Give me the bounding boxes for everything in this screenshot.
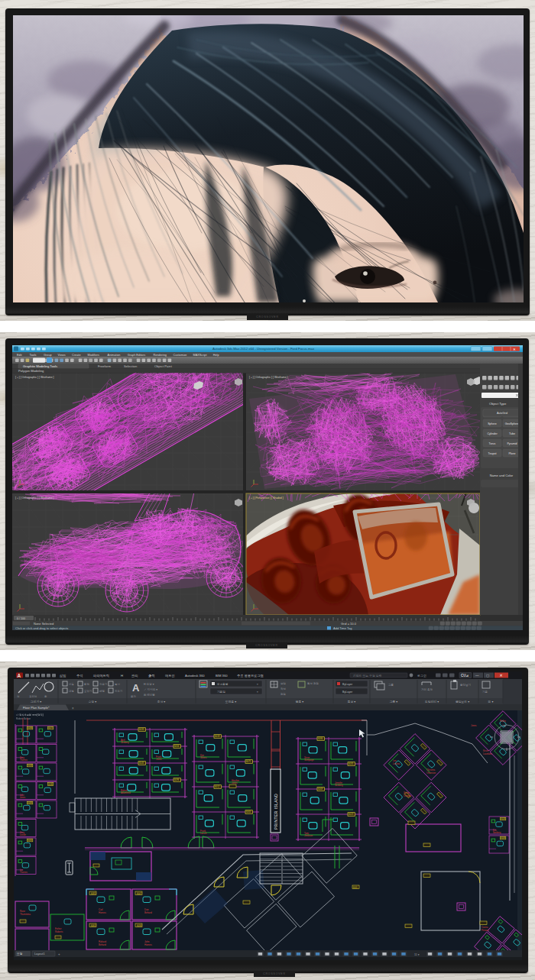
svg-text:Create: Create — [72, 354, 80, 357]
svg-text:H: H — [121, 674, 123, 678]
svg-text:Teapot: Teapot — [488, 452, 497, 455]
svg-text:6031: 6031 — [28, 839, 32, 842]
svg-text:특성 ▾: 특성 ▾ — [348, 700, 356, 703]
svg-text:Torus: Torus — [489, 442, 496, 445]
svg-text:Layout1: Layout1 — [34, 953, 45, 956]
svg-text:유틸리티 ▾: 유틸리티 ▾ — [425, 700, 439, 703]
svg-text:11 ▾: 11 ▾ — [414, 953, 420, 956]
svg-text:×: × — [72, 707, 74, 710]
svg-text:Firewal: Firewal — [481, 929, 488, 932]
svg-text:복사: 복사 — [115, 683, 120, 686]
svg-text:Sompaign: Sompaign — [304, 758, 314, 762]
svg-text:배열: 배열 — [99, 689, 105, 693]
svg-text:Object Type: Object Type — [489, 402, 507, 406]
svg-text:Group: Group — [44, 354, 52, 357]
svg-text:클립보드 ▾: 클립보드 ▾ — [456, 700, 469, 703]
svg-text:Plane: Plane — [508, 452, 515, 455]
svg-text:기준: 기준 — [482, 690, 488, 694]
svg-text:Laurdana: Laurdana — [483, 752, 492, 755]
svg-text:Name and Color: Name and Color — [490, 474, 514, 477]
svg-text:Graph Editors: Graph Editors — [128, 354, 146, 357]
svg-text:[ + ] [ Orthographic ] [ Wiref: [ + ] [ Orthographic ] [ Wireframe ] — [15, 496, 54, 500]
svg-text:6047: 6047 — [137, 892, 142, 895]
svg-text:모형: 모형 — [17, 953, 23, 956]
svg-text:6030: 6030 — [48, 783, 53, 786]
svg-text:6089: 6089 — [28, 801, 32, 804]
svg-text:Graphite Modeling Tools: Graphite Modeling Tools — [23, 364, 57, 368]
svg-text:Jones: Jones — [471, 724, 477, 727]
svg-text:도면층 ▾: 도면층 ▾ — [225, 700, 236, 703]
svg-text:Jones: Jones — [20, 796, 26, 799]
svg-text:Adamfield: Adamfield — [121, 791, 131, 794]
svg-text:로그인: 로그인 — [417, 674, 426, 678]
svg-text:Tools: Tools — [30, 354, 37, 357]
svg-text:PRINTER ISLAND: PRINTER ISLAND — [274, 794, 278, 830]
svg-text:[ + ] [ Orthographic ] [ Wiref: [ + ] [ Orthographic ] [ Wireframe ] — [15, 376, 54, 379]
svg-text:Thornes: Thornes — [20, 871, 28, 874]
svg-text:나 장식으로행 도면(명작): 나 장식으로행 도면(명작) — [16, 713, 44, 716]
svg-text:회전: 회전 — [84, 682, 89, 686]
svg-text:ByLayer: ByLayer — [342, 683, 353, 686]
svg-text:[ + ] [ Perspective ] [ Shaded: [ + ] [ Perspective ] [ Shaded ] — [249, 496, 284, 500]
svg-text:6036: 6036 — [137, 924, 142, 927]
svg-text:Grid = 10.0: Grid = 10.0 — [341, 622, 357, 626]
svg-text:모깎기: 모깎기 — [84, 689, 92, 693]
svg-text:✕: ✕ — [500, 673, 503, 678]
svg-text:CU⊿: CU⊿ — [461, 674, 469, 678]
svg-text:거리 측정: 거리 측정 — [421, 687, 433, 691]
svg-text:원: 원 — [44, 695, 47, 698]
svg-text:6065: 6065 — [91, 924, 96, 927]
svg-text:삽입: 삽입 — [280, 682, 286, 685]
svg-text:Click or click-and-drag to sel: Click or click-and-drag to select object… — [15, 626, 68, 630]
svg-text:6063: 6063 — [246, 810, 251, 813]
svg-text:6071: 6071 — [246, 760, 251, 763]
svg-text:이동: 이동 — [69, 682, 74, 686]
svg-text:6058: 6058 — [28, 764, 32, 767]
svg-text:Silvers: Silvers — [200, 756, 207, 759]
svg-text:출력: 출력 — [148, 674, 154, 678]
svg-text:Jones: Jones — [156, 758, 162, 761]
svg-text:Autodesk 360: Autodesk 360 — [185, 674, 205, 678]
svg-text:Thummma: Thummma — [20, 913, 31, 916]
svg-text:Lovaln: Lovaln — [20, 833, 27, 836]
svg-text:자르기: 자르기 — [99, 682, 107, 686]
svg-text:Modifiers: Modifiers — [88, 354, 100, 357]
svg-text:주요 응용프로그램: 주요 응용프로그램 — [237, 674, 264, 678]
svg-text:Customize: Customize — [173, 354, 187, 357]
svg-text:기본값: 기본값 — [217, 690, 225, 694]
svg-text:Help: Help — [213, 354, 219, 357]
svg-text:6033: 6033 — [139, 728, 144, 731]
svg-text:Hornes: Hornes — [99, 911, 106, 914]
svg-text:Cylinder: Cylinder — [487, 432, 498, 435]
svg-text:GeoSphere: GeoSphere — [505, 422, 519, 425]
svg-text:Roberts: Roberts — [55, 930, 63, 933]
svg-text:AutoGrid: AutoGrid — [497, 412, 507, 415]
svg-text:Add Time Tag: Add Time Tag — [333, 626, 352, 630]
svg-text:그룹: 그룹 — [388, 684, 394, 687]
svg-text:Tube: Tube — [509, 432, 515, 435]
svg-text:ByLayer: ByLayer — [342, 691, 353, 694]
svg-text:Jenkison: Jenkison — [304, 834, 313, 837]
svg-text:6077: 6077 — [48, 726, 53, 729]
svg-text:6018: 6018 — [215, 735, 220, 738]
svg-text:Floor Plan Sample*: Floor Plan Sample* — [23, 706, 50, 710]
svg-text:Ridley: Ridley — [500, 720, 506, 723]
svg-text:⊞ 테이블: ⊞ 테이블 — [144, 693, 155, 697]
svg-text:그룹 ▾: 그룹 ▾ — [390, 700, 398, 703]
svg-text:Animation: Animation — [108, 354, 121, 357]
svg-text:6056: 6056 — [174, 745, 180, 748]
svg-text:Behard: Behard — [144, 911, 152, 914]
svg-text:✕: ✕ — [513, 348, 516, 351]
svg-text:6035: 6035 — [349, 762, 354, 765]
svg-text:Freeform: Freeform — [98, 364, 111, 368]
svg-text:지우기: 지우기 — [115, 689, 122, 693]
svg-text:6043: 6043 — [139, 762, 144, 765]
svg-text:수정 ▾: 수정 ▾ — [89, 700, 97, 703]
svg-text:[ + ] [ Orthographic ] [ Wiref: [ + ] [ Orthographic ] [ Wireframe ] — [249, 376, 287, 379]
svg-text:Selection: Selection — [124, 364, 138, 368]
svg-text:A: A — [18, 673, 21, 678]
svg-text:MAXScript: MAXScript — [193, 354, 208, 357]
svg-text:Robert Nelson: Robert Nelson — [16, 717, 31, 720]
svg-text:▾: ▾ — [257, 683, 258, 686]
svg-text:6069: 6069 — [318, 788, 323, 791]
